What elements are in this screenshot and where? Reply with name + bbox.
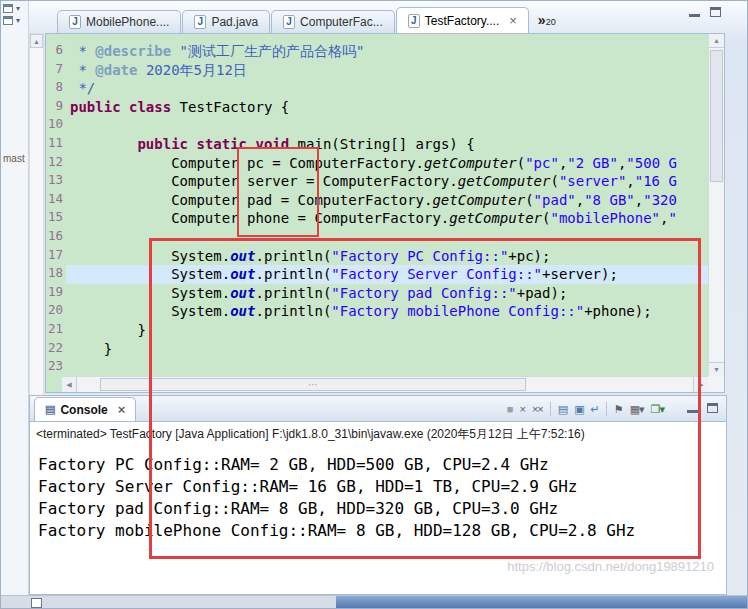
code-line[interactable]: Computer pad = ComputerFactory.getComput… <box>70 191 708 210</box>
minimize-icon[interactable] <box>687 403 698 413</box>
line-number: 17 <box>46 247 66 266</box>
toolbar-separator <box>606 402 607 416</box>
code-line[interactable]: } <box>70 340 708 359</box>
java-file-icon: J <box>194 15 206 29</box>
editor-tab[interactable]: JPad.java <box>182 10 270 33</box>
scroll-up-icon[interactable]: ▲ <box>709 34 724 48</box>
console-view: ▤ Console × ■×××▤▣↵⚑▦▾❐▾ <terminated> Te… <box>29 395 727 595</box>
tab-overflow-count: 20 <box>546 17 556 27</box>
clear-console-icon[interactable]: ▤ <box>558 403 567 415</box>
console-toolbar: ■×××▤▣↵⚑▦▾❐▾ <box>507 402 664 416</box>
open-console-icon[interactable]: ❐▾ <box>651 403 664 415</box>
watermark-text: https://blog.csdn.net/dong19891210 <box>507 559 714 574</box>
vertical-scroll-thumb[interactable] <box>710 50 723 182</box>
tab-close-icon[interactable]: × <box>509 15 517 27</box>
line-number: 10 <box>46 116 66 135</box>
editor-tab[interactable]: JTestFactory....× <box>396 7 529 33</box>
code-line[interactable]: public static void main(String[] args) { <box>70 135 708 154</box>
code-line[interactable]: System.out.println("Factory PC Config::"… <box>70 247 708 266</box>
eclipse-window: ▾ ▾ mast ▲ ▼ JMobilePhone....JPad.javaJC… <box>0 0 748 609</box>
code-line[interactable]: public class TestFactory { <box>70 98 708 117</box>
line-number: 21 <box>46 321 66 340</box>
tab-label: Pad.java <box>211 15 258 29</box>
restore-view-icon[interactable] <box>3 4 13 13</box>
taskbar-strip <box>336 596 748 609</box>
line-number: 8 <box>46 79 66 98</box>
java-file-icon: J <box>408 14 420 28</box>
editor-window-buttons <box>689 7 721 17</box>
editor-vertical-scrollbar[interactable]: ▲ ▼ <box>708 34 724 376</box>
line-number: 12 <box>46 154 66 173</box>
editor-horizontal-scrollbar[interactable]: ◀ ⋯ ▶ <box>62 376 708 392</box>
display-selected-console-icon[interactable]: ▦▾ <box>630 403 644 415</box>
code-line[interactable]: */ <box>70 79 708 98</box>
line-number: 22 <box>46 340 66 359</box>
code-line[interactable]: * @describe "测试工厂生产的产品合格吗" <box>70 42 708 61</box>
remove-all-launches-icon[interactable]: ×× <box>532 403 543 415</box>
line-number: 20 <box>46 302 66 321</box>
remove-launch-icon[interactable]: × <box>519 403 524 415</box>
code-line[interactable]: System.out.println("Factory mobilePhone … <box>70 302 708 321</box>
code-line[interactable]: System.out.println("Factory Server Confi… <box>66 265 708 284</box>
line-number: 13 <box>46 172 66 191</box>
tab-close-icon[interactable]: × <box>118 404 126 416</box>
code-line[interactable]: System.out.println("Factory pad Config::… <box>70 284 708 303</box>
code-line[interactable] <box>70 116 708 135</box>
scroll-up-icon[interactable]: ▲ <box>30 34 43 48</box>
line-number: 19 <box>46 284 66 303</box>
code-line[interactable] <box>70 358 708 376</box>
line-number: 14 <box>46 191 66 210</box>
code-line[interactable]: * @date 2020年5月12日 <box>70 61 708 80</box>
line-number: 15 <box>46 209 66 228</box>
tab-overflow-chevron: » <box>538 12 546 28</box>
scroll-right-icon[interactable]: ▶ <box>693 377 708 392</box>
editor-tabbar: JMobilePhone....JPad.javaJComputerFac...… <box>29 6 747 33</box>
scrollbar-corner <box>708 376 724 392</box>
horizontal-scroll-thumb[interactable]: ⋯ <box>100 378 526 391</box>
code-line[interactable]: Computer phone = ComputerFactory.getComp… <box>70 209 708 228</box>
branch-label: mast <box>3 153 25 164</box>
toolbar-separator <box>550 402 551 416</box>
scroll-left-icon[interactable]: ◀ <box>62 377 77 392</box>
console-window-buttons <box>687 403 718 413</box>
minimize-icon[interactable] <box>689 7 700 17</box>
scroll-down-icon[interactable]: ▼ <box>709 362 724 376</box>
line-number: 16 <box>46 228 66 247</box>
tab-overflow-indicator[interactable]: »20 <box>538 12 556 28</box>
line-number: 18 <box>46 265 66 284</box>
java-file-icon: J <box>283 15 295 29</box>
window-icon <box>31 598 42 608</box>
line-number: 9 <box>46 98 66 117</box>
console-line: Factory mobilePhone Config::RAM= 8 GB, H… <box>38 520 720 542</box>
editor-tab[interactable]: JComputerFac... <box>271 10 395 33</box>
line-number: 11 <box>46 135 66 154</box>
code-line[interactable]: Computer server = ComputerFactory.getCom… <box>70 172 708 191</box>
pin-console-icon[interactable]: ⚑ <box>614 403 623 415</box>
maximize-icon[interactable] <box>710 7 721 17</box>
code-editor[interactable]: 67891011121314151617181920212223 * @desc… <box>45 33 725 393</box>
line-number: 7 <box>46 61 66 80</box>
tab-label: MobilePhone.... <box>86 15 169 29</box>
code-line[interactable]: Computer pc = ComputerFactory.getCompute… <box>70 154 708 173</box>
code-line[interactable] <box>70 228 708 247</box>
tab-label: TestFactory.... <box>425 14 499 28</box>
java-file-icon: J <box>69 15 81 29</box>
terminate-icon[interactable]: ■ <box>507 403 513 415</box>
console-output[interactable]: Factory PC Config::RAM= 2 GB, HDD=500 GB… <box>30 445 726 542</box>
editor-tabs: JMobilePhone....JPad.javaJComputerFac...… <box>57 7 530 33</box>
word-wrap-icon[interactable]: ↵ <box>591 403 599 415</box>
minimized-view-strip: ▾ ▾ mast <box>1 1 29 595</box>
scroll-lock-icon[interactable]: ▣ <box>574 403 583 415</box>
chevron-down-icon[interactable]: ▾ <box>16 4 20 13</box>
console-line: Factory Server Config::RAM= 16 GB, HDD=1… <box>38 476 720 498</box>
tab-label: ComputerFac... <box>300 15 383 29</box>
minimized-view-icon[interactable] <box>3 16 13 25</box>
console-tab-label: Console <box>60 403 107 417</box>
editor-tab[interactable]: JMobilePhone.... <box>57 10 181 33</box>
code-line[interactable]: } <box>70 321 708 340</box>
code-area[interactable]: * @describe "测试工厂生产的产品合格吗" * @date 2020年… <box>66 34 708 376</box>
chevron-down-icon[interactable]: ▾ <box>16 16 20 25</box>
line-number: 6 <box>46 42 66 61</box>
maximize-icon[interactable] <box>707 403 718 413</box>
console-tab[interactable]: ▤ Console × <box>34 397 136 421</box>
